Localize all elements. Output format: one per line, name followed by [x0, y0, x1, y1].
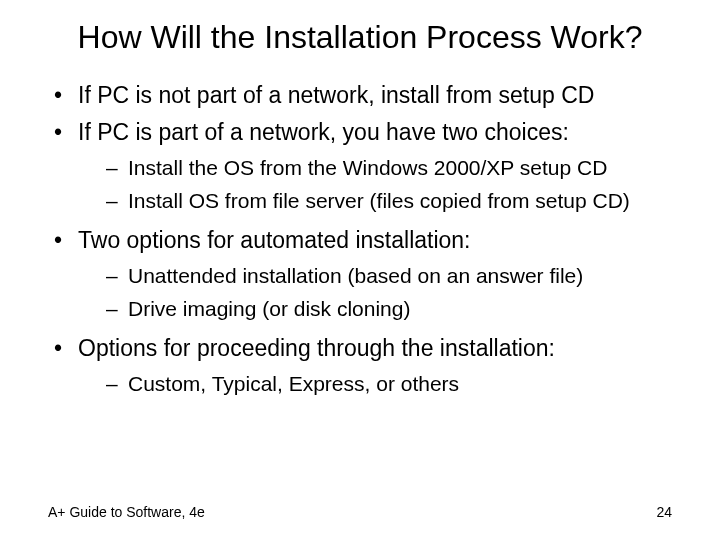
sub-list: Install the OS from the Windows 2000/XP … — [102, 154, 680, 215]
list-item: Options for proceeding through the insta… — [50, 333, 680, 398]
bullet-text: Custom, Typical, Express, or others — [128, 372, 459, 395]
list-item: Unattended installation (based on an ans… — [102, 262, 680, 290]
list-item: Install OS from file server (files copie… — [102, 187, 680, 215]
bullet-text: Options for proceeding through the insta… — [78, 335, 555, 361]
sub-list: Unattended installation (based on an ans… — [102, 262, 680, 323]
bullet-text: Unattended installation (based on an ans… — [128, 264, 583, 287]
bullet-text: Drive imaging (or disk cloning) — [128, 297, 410, 320]
footer: A+ Guide to Software, 4e 24 — [48, 504, 672, 520]
list-item: Custom, Typical, Express, or others — [102, 370, 680, 398]
bullet-text: Two options for automated installation: — [78, 227, 471, 253]
list-item: Two options for automated installation: … — [50, 225, 680, 323]
list-item: Drive imaging (or disk cloning) — [102, 295, 680, 323]
list-item: If PC is not part of a network, install … — [50, 80, 680, 111]
bullet-list: If PC is not part of a network, install … — [50, 80, 680, 398]
bullet-text: Install OS from file server (files copie… — [128, 189, 630, 212]
bullet-text: Install the OS from the Windows 2000/XP … — [128, 156, 607, 179]
slide-title: How Will the Installation Process Work? — [40, 18, 680, 56]
list-item: If PC is part of a network, you have two… — [50, 117, 680, 215]
page-number: 24 — [656, 504, 672, 520]
list-item: Install the OS from the Windows 2000/XP … — [102, 154, 680, 182]
bullet-text: If PC is not part of a network, install … — [78, 82, 594, 108]
footer-left: A+ Guide to Software, 4e — [48, 504, 205, 520]
sub-list: Custom, Typical, Express, or others — [102, 370, 680, 398]
slide: How Will the Installation Process Work? … — [0, 0, 720, 540]
bullet-text: If PC is part of a network, you have two… — [78, 119, 569, 145]
